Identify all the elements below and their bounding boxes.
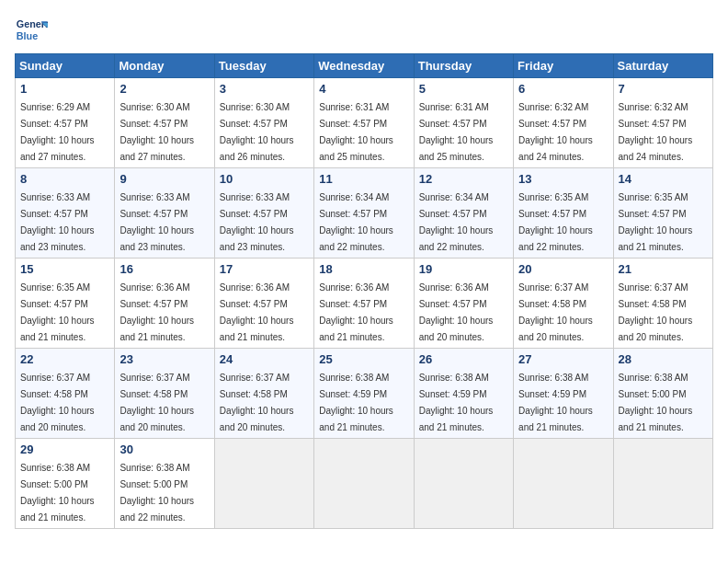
- calendar-cell: 14 Sunrise: 6:35 AMSunset: 4:57 PMDaylig…: [613, 168, 712, 259]
- calendar-cell: 7 Sunrise: 6:32 AMSunset: 4:57 PMDayligh…: [613, 78, 712, 168]
- calendar-cell: 19 Sunrise: 6:36 AMSunset: 4:57 PMDaylig…: [414, 259, 513, 349]
- calendar-cell: 24 Sunrise: 6:37 AMSunset: 4:58 PMDaylig…: [214, 349, 313, 439]
- day-detail: Sunrise: 6:35 AMSunset: 4:57 PMDaylight:…: [20, 282, 95, 342]
- day-number: 2: [119, 82, 209, 96]
- svg-text:Blue: Blue: [17, 30, 38, 41]
- calendar-cell: 30 Sunrise: 6:38 AMSunset: 5:00 PMDaylig…: [115, 439, 214, 529]
- day-detail: Sunrise: 6:33 AMSunset: 4:57 PMDaylight:…: [119, 192, 194, 252]
- day-number: 16: [119, 262, 209, 276]
- calendar: SundayMondayTuesdayWednesdayThursdayFrid…: [15, 53, 713, 529]
- calendar-cell: 9 Sunrise: 6:33 AMSunset: 4:57 PMDayligh…: [115, 168, 214, 259]
- day-detail: Sunrise: 6:33 AMSunset: 4:57 PMDaylight:…: [20, 192, 95, 252]
- day-detail: Sunrise: 6:34 AMSunset: 4:57 PMDaylight:…: [319, 192, 393, 252]
- calendar-header-tuesday: Tuesday: [214, 54, 313, 78]
- day-number: 23: [119, 352, 209, 366]
- calendar-week-1: 1 Sunrise: 6:29 AMSunset: 4:57 PMDayligh…: [16, 78, 713, 168]
- day-detail: Sunrise: 6:29 AMSunset: 4:57 PMDaylight:…: [20, 102, 95, 162]
- day-number: 29: [20, 442, 109, 456]
- day-detail: Sunrise: 6:34 AMSunset: 4:57 PMDaylight:…: [419, 192, 494, 252]
- day-number: 28: [619, 352, 708, 366]
- calendar-header-sunday: Sunday: [16, 54, 115, 78]
- day-number: 10: [220, 172, 309, 186]
- calendar-cell: 20 Sunrise: 6:37 AMSunset: 4:58 PMDaylig…: [514, 259, 613, 349]
- day-number: 5: [419, 82, 508, 96]
- calendar-week-2: 8 Sunrise: 6:33 AMSunset: 4:57 PMDayligh…: [16, 168, 713, 259]
- day-number: 20: [518, 262, 608, 276]
- day-detail: Sunrise: 6:38 AMSunset: 5:00 PMDaylight:…: [20, 463, 95, 523]
- calendar-cell: 17 Sunrise: 6:36 AMSunset: 4:57 PMDaylig…: [214, 259, 313, 349]
- day-number: 30: [119, 442, 209, 456]
- calendar-cell: 29 Sunrise: 6:38 AMSunset: 5:00 PMDaylig…: [16, 439, 115, 529]
- day-number: 25: [319, 352, 408, 366]
- calendar-cell: [514, 439, 613, 529]
- calendar-cell: 8 Sunrise: 6:33 AMSunset: 4:57 PMDayligh…: [16, 168, 115, 259]
- calendar-cell: 26 Sunrise: 6:38 AMSunset: 4:59 PMDaylig…: [414, 349, 513, 439]
- calendar-cell: [414, 439, 513, 529]
- calendar-cell: 4 Sunrise: 6:31 AMSunset: 4:57 PMDayligh…: [314, 78, 414, 168]
- day-number: 27: [518, 352, 608, 366]
- day-number: 15: [20, 262, 109, 276]
- logo-icon: General Blue: [15, 15, 48, 48]
- day-number: 18: [319, 262, 408, 276]
- calendar-cell: 21 Sunrise: 6:37 AMSunset: 4:58 PMDaylig…: [613, 259, 712, 349]
- calendar-cell: 11 Sunrise: 6:34 AMSunset: 4:57 PMDaylig…: [314, 168, 414, 259]
- day-detail: Sunrise: 6:33 AMSunset: 4:57 PMDaylight:…: [220, 192, 294, 252]
- calendar-cell: 27 Sunrise: 6:38 AMSunset: 4:59 PMDaylig…: [514, 349, 613, 439]
- day-detail: Sunrise: 6:38 AMSunset: 5:00 PMDaylight:…: [619, 373, 693, 432]
- day-number: 4: [319, 82, 408, 96]
- day-detail: Sunrise: 6:36 AMSunset: 4:57 PMDaylight:…: [119, 282, 194, 342]
- day-detail: Sunrise: 6:35 AMSunset: 4:57 PMDaylight:…: [518, 192, 593, 252]
- calendar-header-saturday: Saturday: [613, 54, 712, 78]
- calendar-cell: 18 Sunrise: 6:36 AMSunset: 4:57 PMDaylig…: [314, 259, 414, 349]
- calendar-cell: 25 Sunrise: 6:38 AMSunset: 4:59 PMDaylig…: [314, 349, 414, 439]
- day-detail: Sunrise: 6:30 AMSunset: 4:57 PMDaylight:…: [220, 102, 294, 162]
- calendar-cell: 28 Sunrise: 6:38 AMSunset: 5:00 PMDaylig…: [613, 349, 712, 439]
- calendar-cell: 13 Sunrise: 6:35 AMSunset: 4:57 PMDaylig…: [514, 168, 613, 259]
- day-detail: Sunrise: 6:37 AMSunset: 4:58 PMDaylight:…: [20, 373, 95, 432]
- day-number: 22: [20, 352, 109, 366]
- calendar-cell: 23 Sunrise: 6:37 AMSunset: 4:58 PMDaylig…: [115, 349, 214, 439]
- calendar-header-monday: Monday: [115, 54, 214, 78]
- day-number: 9: [119, 172, 209, 186]
- day-number: 14: [619, 172, 708, 186]
- calendar-cell: 22 Sunrise: 6:37 AMSunset: 4:58 PMDaylig…: [16, 349, 115, 439]
- calendar-cell: 6 Sunrise: 6:32 AMSunset: 4:57 PMDayligh…: [514, 78, 613, 168]
- day-detail: Sunrise: 6:36 AMSunset: 4:57 PMDaylight:…: [419, 282, 494, 342]
- calendar-cell: 15 Sunrise: 6:35 AMSunset: 4:57 PMDaylig…: [16, 259, 115, 349]
- day-detail: Sunrise: 6:37 AMSunset: 4:58 PMDaylight:…: [220, 373, 294, 432]
- page-header: General Blue: [15, 15, 713, 48]
- day-detail: Sunrise: 6:32 AMSunset: 4:57 PMDaylight:…: [518, 102, 593, 162]
- day-detail: Sunrise: 6:38 AMSunset: 4:59 PMDaylight:…: [419, 373, 494, 432]
- day-number: 19: [419, 262, 508, 276]
- calendar-cell: 2 Sunrise: 6:30 AMSunset: 4:57 PMDayligh…: [115, 78, 214, 168]
- day-detail: Sunrise: 6:32 AMSunset: 4:57 PMDaylight:…: [619, 102, 693, 162]
- day-number: 7: [619, 82, 708, 96]
- day-number: 26: [419, 352, 508, 366]
- calendar-cell: 16 Sunrise: 6:36 AMSunset: 4:57 PMDaylig…: [115, 259, 214, 349]
- calendar-header-wednesday: Wednesday: [314, 54, 414, 78]
- day-number: 21: [619, 262, 708, 276]
- calendar-body: 1 Sunrise: 6:29 AMSunset: 4:57 PMDayligh…: [16, 78, 713, 529]
- day-number: 11: [319, 172, 408, 186]
- calendar-cell: 3 Sunrise: 6:30 AMSunset: 4:57 PMDayligh…: [214, 78, 313, 168]
- day-number: 3: [220, 82, 309, 96]
- day-number: 1: [20, 82, 109, 96]
- day-detail: Sunrise: 6:31 AMSunset: 4:57 PMDaylight:…: [319, 102, 393, 162]
- calendar-cell: 10 Sunrise: 6:33 AMSunset: 4:57 PMDaylig…: [214, 168, 313, 259]
- svg-text:General: General: [17, 18, 48, 29]
- day-detail: Sunrise: 6:37 AMSunset: 4:58 PMDaylight:…: [119, 373, 194, 432]
- calendar-cell: [214, 439, 313, 529]
- day-number: 13: [518, 172, 608, 186]
- calendar-header-row: SundayMondayTuesdayWednesdayThursdayFrid…: [16, 54, 713, 78]
- calendar-week-3: 15 Sunrise: 6:35 AMSunset: 4:57 PMDaylig…: [16, 259, 713, 349]
- calendar-cell: [314, 439, 414, 529]
- day-number: 6: [518, 82, 608, 96]
- day-detail: Sunrise: 6:30 AMSunset: 4:57 PMDaylight:…: [119, 102, 194, 162]
- day-detail: Sunrise: 6:37 AMSunset: 4:58 PMDaylight:…: [518, 282, 593, 342]
- day-detail: Sunrise: 6:38 AMSunset: 4:59 PMDaylight:…: [319, 373, 393, 432]
- calendar-cell: 12 Sunrise: 6:34 AMSunset: 4:57 PMDaylig…: [414, 168, 513, 259]
- calendar-week-4: 22 Sunrise: 6:37 AMSunset: 4:58 PMDaylig…: [16, 349, 713, 439]
- day-detail: Sunrise: 6:36 AMSunset: 4:57 PMDaylight:…: [220, 282, 294, 342]
- day-number: 24: [220, 352, 309, 366]
- day-number: 8: [20, 172, 109, 186]
